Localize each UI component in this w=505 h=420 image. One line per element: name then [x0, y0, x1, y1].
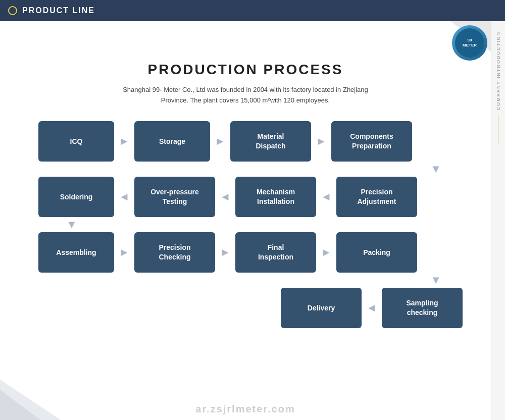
- down-arrow-icon-1: ▼: [430, 162, 441, 177]
- flow-box-precision-adjustment: Precision Adjustment: [336, 177, 417, 217]
- flow-box-precision-checking: Precision Checking: [134, 232, 215, 273]
- flow-box-material-dispatch: Material Dispatch: [230, 121, 311, 162]
- flow-box-sampling-checking: Sampling checking: [382, 288, 463, 328]
- flow-row-3: Assembling ► Precision Checking ► Final …: [38, 232, 463, 273]
- main-content: PRODUCTION PROCESS Shanghai 99- Meter Co…: [0, 21, 491, 420]
- down-arrow-2: ▼: [38, 217, 463, 232]
- arrow-left-3: ◄: [316, 190, 336, 203]
- flow-box-storage: Storage: [134, 121, 210, 162]
- header-title: PRODUCT LINE: [22, 6, 95, 15]
- header-bar: PRODUCT LINE: [0, 0, 505, 21]
- arrow-left-4: ◄: [362, 301, 382, 314]
- bottom-triangle-left2: [0, 390, 40, 420]
- arrow-right-1: ►: [114, 135, 134, 148]
- arrow-right-3: ►: [311, 135, 331, 148]
- sidebar-text: COMPANY INTRODUCTION: [496, 31, 501, 110]
- flow-box-assembling: Assembling: [38, 232, 114, 273]
- down-arrow-icon-3: ▼: [430, 273, 441, 288]
- down-arrow-icon-2: ▼: [66, 217, 77, 232]
- flow-box-mechanism-installation: Mechanism Installation: [235, 177, 316, 217]
- flow-box-packing: Packing: [336, 232, 417, 273]
- flow-box-final-inspection: Final Inspection: [235, 232, 316, 273]
- flow-box-over-pressure: Over-pressure Testing: [134, 177, 215, 217]
- header-circle-icon: [8, 6, 17, 15]
- flow-diagram: ICQ ► Storage ► Material Dispatch ► Comp…: [28, 121, 463, 328]
- arrow-right-5: ►: [215, 246, 235, 259]
- flow-row-1: ICQ ► Storage ► Material Dispatch ► Comp…: [38, 121, 463, 162]
- page-title: PRODUCTION PROCESS: [15, 62, 476, 78]
- arrow-left-1: ◄: [114, 190, 134, 203]
- page-subtitle: Shanghai 99- Meter Co., Ltd was founded …: [15, 85, 476, 106]
- flow-box-components-preparation: Components Preparation: [331, 121, 412, 162]
- flow-box-delivery: Delivery: [281, 288, 362, 328]
- flow-box-soldering: Soldering: [38, 177, 114, 217]
- watermark: ar.zsjrlmeter.com: [195, 403, 295, 415]
- arrow-left-2: ◄: [215, 190, 235, 203]
- down-arrow-1: ▼: [38, 162, 463, 177]
- sidebar-line: [498, 115, 498, 145]
- arrow-right-6: ►: [316, 246, 336, 259]
- arrow-right-2: ►: [210, 135, 230, 148]
- flow-row-2: Soldering ◄ Over-pressure Testing ◄ Mech…: [38, 177, 463, 217]
- flow-box-icq: ICQ: [38, 121, 114, 162]
- down-arrow-3: ▼: [38, 273, 463, 288]
- flow-row-4: Delivery ◄ Sampling checking: [38, 288, 463, 328]
- arrow-right-4: ►: [114, 246, 134, 259]
- right-sidebar: COMPANY INTRODUCTION: [491, 21, 505, 420]
